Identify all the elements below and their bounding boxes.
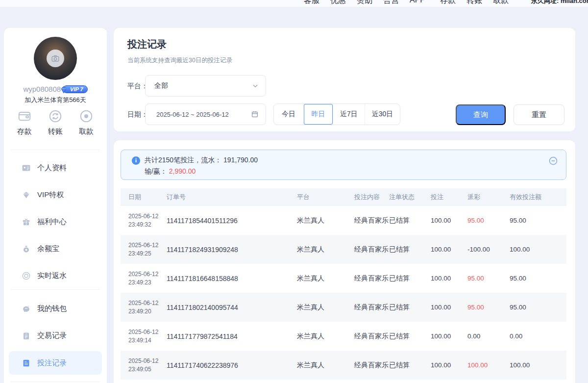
- calendar-icon: [251, 110, 259, 118]
- table-header-cell: 日期: [128, 193, 167, 202]
- sidebar-item-label: 实时返水: [37, 271, 67, 281]
- quick-date-tab[interactable]: 近30日: [365, 104, 400, 125]
- quick-date-tab[interactable]: 今日: [274, 104, 303, 125]
- sidebar-item-vip-diamond[interactable]: VIP特权: [9, 181, 102, 208]
- cell-valid-amount: 0.00: [510, 332, 566, 340]
- cell-platform: 米兰真人: [297, 361, 354, 370]
- nav-item[interactable]: 转账: [466, 0, 482, 6]
- cell-status: 已结算: [389, 361, 431, 370]
- page-title: 投注记录: [127, 38, 167, 51]
- nav-item[interactable]: 合营: [383, 0, 399, 6]
- wallet-icon: [17, 109, 32, 124]
- sidebar-item-money-pot[interactable]: 余额宝: [9, 235, 102, 262]
- cell-bet-content: 经典百家乐: [354, 361, 389, 370]
- cell-status: 已结算: [389, 332, 431, 341]
- camera-icon[interactable]: [47, 50, 64, 67]
- cell-valid-amount: 100.00: [510, 361, 566, 369]
- username: wyp080808: [23, 85, 61, 93]
- divider: [11, 289, 100, 290]
- nav-item[interactable]: 优惠: [330, 0, 346, 6]
- cell-status: 已结算: [389, 274, 431, 283]
- table-header-cell: 订单号: [167, 193, 297, 202]
- platform-select[interactable]: 全部: [145, 75, 266, 97]
- cell-payout: 100.00: [467, 361, 510, 369]
- top-nav-links: 客服优惠赞助合营APP存款转账取款: [304, 0, 519, 6]
- collapse-icon[interactable]: [548, 156, 558, 166]
- cell-status: 已结算: [389, 216, 431, 225]
- cell-payout: 95.00: [467, 217, 510, 224]
- vip-diamond-icon: [22, 190, 31, 200]
- table-header-cell: 投注内容: [354, 193, 389, 202]
- cell-payout: 95.00: [467, 304, 510, 311]
- sidebar-item-label: 我的钱包: [37, 304, 67, 313]
- divider: [11, 382, 100, 382]
- table-header-cell: 有效投注额: [510, 193, 566, 202]
- quick-action-wallet[interactable]: 存款: [11, 109, 38, 136]
- profile-avatar[interactable]: [34, 37, 77, 80]
- table-header-cell: 投注: [431, 193, 467, 202]
- sidebar-item-label: 个人资料: [37, 163, 67, 173]
- cell-date: 2025-06-1223:49:32: [128, 212, 167, 229]
- nav-item[interactable]: 取款: [493, 0, 509, 6]
- summary-turnover-value: 191,790.00: [223, 156, 258, 164]
- quick-action-withdraw[interactable]: 取款: [73, 109, 100, 136]
- cell-bet-amount: 100.00: [431, 246, 467, 253]
- reset-button[interactable]: 重置: [514, 104, 564, 125]
- date-range-input[interactable]: 2025-06-12 ~ 2025-06-12: [145, 103, 266, 125]
- cell-payout: -100.00: [467, 246, 510, 253]
- date-range-value: 2025-06-12 ~ 2025-06-12: [156, 111, 229, 118]
- nav-item[interactable]: APP: [410, 0, 425, 6]
- permanent-url[interactable]: 永久网址: milan.com: [531, 0, 588, 5]
- cell-order-number: 1141171816648158848: [167, 275, 297, 282]
- cell-date: 2025-06-1223:49:14: [128, 328, 167, 345]
- sidebar-item-label: 交易记录: [37, 331, 67, 340]
- table-row: 2025-06-1223:49:25 1141171824931909248 米…: [121, 235, 566, 264]
- cell-date: 2025-06-1223:49:20: [128, 299, 167, 316]
- table-row: 2025-06-1223:49:23 1141171816648158848 米…: [121, 264, 566, 293]
- cell-bet-content: 经典百家乐: [354, 332, 389, 341]
- sidebar-menu-group-1: 个人资料 VIP特权 福利中心 余额宝 实时返水: [9, 154, 102, 289]
- quick-action-transfer[interactable]: 转账: [42, 109, 69, 136]
- sidebar-item-id-card[interactable]: 个人资料: [9, 154, 102, 181]
- cell-payout: 0.00: [467, 332, 510, 340]
- table-header-cell: 派彩: [467, 193, 510, 202]
- nav-item[interactable]: 客服: [304, 0, 319, 6]
- cell-bet-amount: 100.00: [431, 217, 467, 224]
- sidebar-item-piggy-bank[interactable]: 我的钱包: [9, 295, 102, 322]
- cell-bet-amount: 100.00: [431, 275, 467, 282]
- rebate-icon: [22, 271, 31, 281]
- cell-valid-amount: 95.00: [510, 275, 566, 282]
- cell-platform: 米兰真人: [297, 332, 354, 341]
- table-row: 2025-06-1223:49:32 1141171854401511296 米…: [121, 206, 566, 235]
- sidebar-item-rebate[interactable]: 实时返水: [9, 262, 102, 289]
- cell-bet-amount: 100.00: [431, 304, 467, 311]
- quick-date-tab[interactable]: 昨日: [303, 104, 333, 125]
- platform-select-value: 全部: [154, 81, 168, 90]
- quick-action-label: 存款: [17, 127, 32, 136]
- cell-payout: 95.00: [467, 275, 510, 282]
- table-row: 2025-06-1223:49:14 1141171779872541184 米…: [121, 322, 566, 351]
- quick-date-tab[interactable]: 近7日: [333, 104, 365, 125]
- summary-winloss-value: 2,990.00: [169, 167, 196, 175]
- sidebar-item-gift[interactable]: 福利中心: [9, 208, 102, 235]
- withdraw-icon: [79, 109, 94, 124]
- sidebar-item-clipboard[interactable]: 交易记录: [9, 322, 102, 349]
- piggy-bank-icon: [22, 304, 31, 313]
- sidebar-item-document[interactable]: 投注记录: [9, 351, 102, 375]
- summary-banner: i 共计2150笔投注，流水： 191,790.00 输/赢： 2,990.00: [121, 150, 566, 180]
- nav-item[interactable]: 赞助: [357, 0, 372, 6]
- nav-item[interactable]: 存款: [440, 0, 456, 6]
- money-pot-icon: [22, 244, 31, 254]
- query-button[interactable]: 查询: [456, 104, 506, 125]
- cell-bet-content: 经典百家乐: [354, 303, 389, 312]
- sidebar-item-label: 福利中心: [37, 217, 67, 227]
- cell-order-number: 1141171779872541184: [167, 332, 297, 340]
- cell-valid-amount: 95.00: [510, 217, 566, 224]
- cell-platform: 米兰真人: [297, 216, 354, 225]
- table-row: 2025-06-1223:49:20 1141171802140095744 米…: [121, 293, 566, 322]
- vip-badge: VIP 7: [63, 85, 88, 93]
- id-card-icon: [22, 163, 31, 173]
- clipboard-icon: [22, 331, 31, 340]
- chevron-down-icon: [252, 82, 259, 89]
- summary-turnover-label: 共计2150笔投注，流水：: [145, 156, 221, 164]
